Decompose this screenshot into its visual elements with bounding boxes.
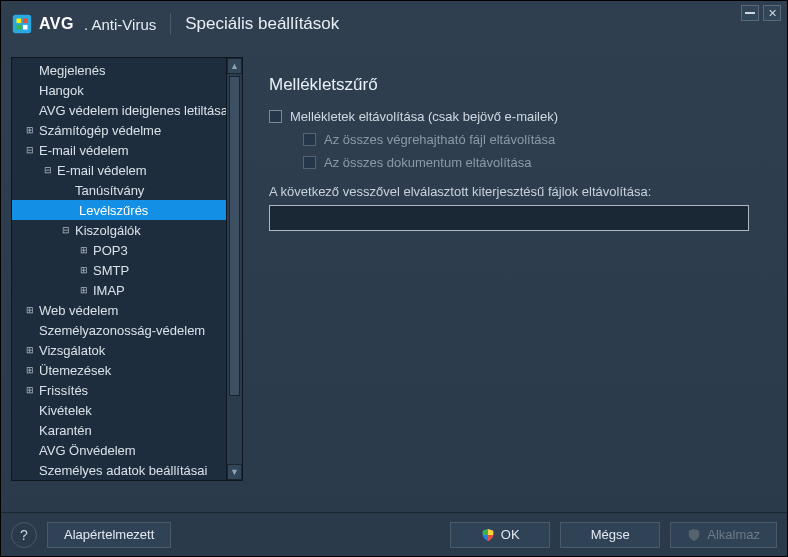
help-button[interactable]: ? (11, 522, 37, 548)
tree-spacer (24, 85, 35, 96)
tree-item-label: Levélszűrés (75, 203, 152, 218)
default-button[interactable]: Alapértelmezett (47, 522, 171, 548)
expand-icon[interactable]: ⊞ (24, 345, 35, 356)
tree-item-label: Tanúsítvány (75, 183, 144, 198)
footer: ? Alapértelmezett OK Mégse Alkalmaz (1, 512, 787, 556)
expand-icon[interactable]: ⊞ (24, 365, 35, 376)
checkbox-icon[interactable] (269, 110, 282, 123)
tree-item-label: Vizsgálatok (39, 343, 105, 358)
collapse-icon[interactable]: ⊟ (60, 225, 71, 236)
tree-item-label: POP3 (93, 243, 128, 258)
cancel-button-label: Mégse (591, 527, 630, 542)
expand-icon[interactable]: ⊞ (24, 125, 35, 136)
tree-item-label: Karantén (39, 423, 92, 438)
tree-item-label: Kivételek (39, 403, 92, 418)
expand-icon[interactable]: ⊞ (78, 265, 89, 276)
tree-item-label: Személyes adatok beállításai (39, 463, 207, 478)
tree-item[interactable]: AVG Önvédelem (12, 440, 226, 460)
tree-spacer (60, 205, 71, 216)
tree-spacer (24, 65, 35, 76)
tree-item[interactable]: Személyazonosság-védelem (12, 320, 226, 340)
shield-icon (687, 528, 701, 542)
tree-item[interactable]: ⊞IMAP (12, 280, 226, 300)
ok-button[interactable]: OK (450, 522, 550, 548)
tree-item[interactable]: ⊞Web védelem (12, 300, 226, 320)
settings-window: AVG . Anti-Virus Speciális beállítások ✕… (0, 0, 788, 557)
extensions-label: A következő vesszővel elválasztott kiter… (269, 184, 757, 199)
tree-item[interactable]: Kivételek (12, 400, 226, 420)
remove-executables-row[interactable]: Az összes végrehajtható fájl eltávolítás… (303, 132, 757, 147)
tree-item[interactable]: Karantén (12, 420, 226, 440)
expand-icon[interactable]: ⊞ (78, 285, 89, 296)
tree-item[interactable]: ⊞Frissítés (12, 380, 226, 400)
tree-spacer (24, 325, 35, 336)
extensions-input[interactable] (269, 205, 749, 231)
brand-text: AVG (39, 15, 74, 33)
checkbox-icon[interactable] (303, 156, 316, 169)
svg-rect-2 (23, 19, 28, 24)
svg-rect-1 (17, 19, 22, 24)
brand-sub: . Anti-Virus (84, 16, 156, 33)
title-separator (170, 13, 171, 35)
avg-logo-icon (11, 13, 33, 35)
expand-icon[interactable]: ⊞ (24, 305, 35, 316)
cancel-button[interactable]: Mégse (560, 522, 660, 548)
tree-item-label: E-mail védelem (39, 143, 129, 158)
tree-spacer (24, 425, 35, 436)
uac-shield-icon (481, 528, 495, 542)
tree-item[interactable]: ⊞Ütemezések (12, 360, 226, 380)
nav-tree: MegjelenésHangokAVG védelem ideiglenes l… (12, 58, 226, 480)
minimize-button[interactable] (741, 5, 759, 21)
remove-attachments-label: Mellékletek eltávolítása (csak bejövő e-… (290, 109, 558, 124)
tree-item-label: IMAP (93, 283, 125, 298)
tree-spacer (24, 405, 35, 416)
window-title: Speciális beállítások (185, 14, 339, 34)
tree-item[interactable]: ⊟E-mail védelem (12, 160, 226, 180)
content-area: MegjelenésHangokAVG védelem ideiglenes l… (1, 47, 787, 512)
titlebar: AVG . Anti-Virus Speciális beállítások ✕ (1, 1, 787, 47)
app-logo: AVG . Anti-Virus (11, 13, 156, 35)
collapse-icon[interactable]: ⊟ (42, 165, 53, 176)
remove-attachments-row[interactable]: Mellékletek eltávolítása (csak bejövő e-… (269, 109, 757, 124)
checkbox-icon[interactable] (303, 133, 316, 146)
remove-documents-row[interactable]: Az összes dokumentum eltávolítása (303, 155, 757, 170)
tree-item[interactable]: ⊞Vizsgálatok (12, 340, 226, 360)
tree-item[interactable]: Tanúsítvány (12, 180, 226, 200)
tree-item[interactable]: ⊟E-mail védelem (12, 140, 226, 160)
tree-item-label: Hangok (39, 83, 84, 98)
tree-item-label: SMTP (93, 263, 129, 278)
tree-item[interactable]: ⊞POP3 (12, 240, 226, 260)
tree-item-label: Kiszolgálók (75, 223, 141, 238)
close-button[interactable]: ✕ (763, 5, 781, 21)
tree-item-label: Web védelem (39, 303, 118, 318)
expand-icon[interactable]: ⊞ (78, 245, 89, 256)
collapse-icon[interactable]: ⊟ (24, 145, 35, 156)
tree-spacer (24, 445, 35, 456)
tree-spacer (24, 465, 35, 476)
remove-executables-label: Az összes végrehajtható fájl eltávolítás… (324, 132, 555, 147)
tree-item[interactable]: ⊞Számítógép védelme (12, 120, 226, 140)
apply-button-label: Alkalmaz (707, 527, 760, 542)
remove-documents-label: Az összes dokumentum eltávolítása (324, 155, 531, 170)
tree-item-label: E-mail védelem (57, 163, 147, 178)
tree-item[interactable]: Megjelenés (12, 60, 226, 80)
scroll-down-arrow[interactable]: ▼ (227, 464, 242, 480)
apply-button[interactable]: Alkalmaz (670, 522, 777, 548)
tree-item-label: AVG Önvédelem (39, 443, 136, 458)
tree-item[interactable]: ⊟Kiszolgálók (12, 220, 226, 240)
panel-title: Mellékletszűrő (269, 75, 757, 95)
tree-item[interactable]: Személyes adatok beállításai (12, 460, 226, 480)
svg-rect-0 (13, 15, 31, 33)
svg-rect-3 (17, 25, 22, 30)
scroll-thumb[interactable] (229, 76, 240, 396)
sidebar-scrollbar[interactable]: ▲ ▼ (226, 58, 242, 480)
expand-icon[interactable]: ⊞ (24, 385, 35, 396)
tree-item[interactable]: Hangok (12, 80, 226, 100)
svg-rect-4 (23, 25, 28, 30)
tree-item[interactable]: AVG védelem ideiglenes letiltása (12, 100, 226, 120)
main-panel: Mellékletszűrő Mellékletek eltávolítása … (243, 57, 777, 506)
scroll-up-arrow[interactable]: ▲ (227, 58, 242, 74)
tree-item[interactable]: Levélszűrés (12, 200, 226, 220)
tree-item-label: Személyazonosság-védelem (39, 323, 205, 338)
tree-item[interactable]: ⊞SMTP (12, 260, 226, 280)
